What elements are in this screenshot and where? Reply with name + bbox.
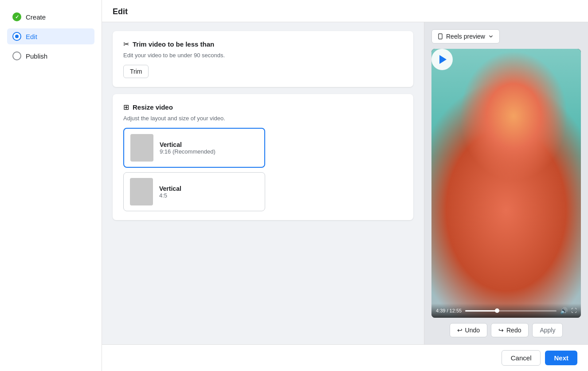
chevron-down-icon xyxy=(488,33,494,39)
fullscreen-icon[interactable]: ⛶ xyxy=(571,308,576,314)
resize-title-row: ⊞ Resize video xyxy=(123,103,403,111)
preview-panel: Reels preview 4:39 / 12:55 xyxy=(424,22,588,344)
resize-card: ⊞ Resize video Adjust the layout and siz… xyxy=(113,94,413,220)
svg-rect-0 xyxy=(439,34,442,39)
preview-header: Reels preview xyxy=(431,29,581,43)
resize-info-916: Vertical 9:16 (Recommended) xyxy=(160,141,216,155)
trim-icon: ✂ xyxy=(123,40,129,48)
undo-label: Undo xyxy=(465,327,480,334)
redo-icon: ↪ xyxy=(498,327,504,334)
resize-option-45[interactable]: Vertical 4:5 xyxy=(123,172,265,211)
trim-title-row: ✂ Trim video to be less than xyxy=(123,40,403,48)
sidebar-item-publish-label: Publish xyxy=(26,52,47,60)
edit-panel: ✂ Trim video to be less than Edit your v… xyxy=(102,22,424,344)
trim-card: ✂ Trim video to be less than Edit your v… xyxy=(113,31,413,87)
edit-step-icon xyxy=(12,32,21,41)
sidebar-item-edit[interactable]: Edit xyxy=(7,28,94,44)
cancel-button[interactable]: Cancel xyxy=(502,350,541,366)
resize-ratio-916: 9:16 (Recommended) xyxy=(160,148,216,155)
resize-card-title: Resize video xyxy=(133,103,173,111)
resize-thumbnail-45 xyxy=(130,178,153,205)
sidebar: Create Edit Publish xyxy=(0,0,102,371)
content-body: ✂ Trim video to be less than Edit your v… xyxy=(102,22,588,344)
phone-icon xyxy=(437,33,443,39)
video-person-bg xyxy=(431,49,581,318)
content-area: Edit ✂ Trim video to be less than Edit y… xyxy=(102,0,588,371)
video-progress-handle xyxy=(495,308,499,313)
content-header: Edit xyxy=(102,0,588,22)
undo-icon: ↩ xyxy=(457,327,463,334)
trim-card-subtitle: Edit your video to be under 90 seconds. xyxy=(123,52,403,59)
trim-button[interactable]: Trim xyxy=(123,65,149,78)
resize-info-45: Vertical 4:5 xyxy=(159,185,181,199)
resize-card-subtitle: Adjust the layout and size of your video… xyxy=(123,115,403,122)
resize-option-916[interactable]: Vertical 9:16 (Recommended) xyxy=(123,128,265,168)
page-title: Edit xyxy=(113,7,577,16)
play-button[interactable] xyxy=(431,49,453,70)
preview-dropdown-button[interactable]: Reels preview xyxy=(431,29,500,43)
redo-button[interactable]: ↪ Redo xyxy=(491,323,529,337)
publish-step-icon xyxy=(12,51,21,60)
footer: Cancel Next xyxy=(102,344,588,371)
video-preview: 4:39 / 12:55 🔊 ⛶ xyxy=(431,49,581,318)
resize-name-45: Vertical xyxy=(159,185,181,192)
video-time: 4:39 / 12:55 xyxy=(436,308,462,313)
video-progress-fill xyxy=(465,310,497,312)
resize-options: Vertical 9:16 (Recommended) Vertical 4:5 xyxy=(123,128,403,211)
resize-ratio-45: 4:5 xyxy=(159,192,181,199)
next-button[interactable]: Next xyxy=(545,351,577,365)
create-step-icon xyxy=(12,12,21,21)
resize-name-916: Vertical xyxy=(160,141,216,148)
resize-thumbnail-916 xyxy=(130,134,153,162)
volume-icon[interactable]: 🔊 xyxy=(560,307,568,314)
sidebar-item-create[interactable]: Create xyxy=(7,9,94,25)
resize-icon: ⊞ xyxy=(123,103,129,111)
sidebar-item-create-label: Create xyxy=(26,13,46,21)
preview-actions: ↩ Undo ↪ Redo Apply xyxy=(431,323,581,337)
apply-button[interactable]: Apply xyxy=(532,323,563,337)
undo-button[interactable]: ↩ Undo xyxy=(450,323,487,337)
video-progress-bar[interactable] xyxy=(465,310,557,312)
redo-label: Redo xyxy=(506,327,521,334)
sidebar-item-publish[interactable]: Publish xyxy=(7,48,94,64)
preview-dropdown-label: Reels preview xyxy=(446,33,485,40)
sidebar-item-edit-label: Edit xyxy=(26,33,37,40)
trim-card-title: Trim video to be less than xyxy=(133,40,214,48)
video-controls: 4:39 / 12:55 🔊 ⛶ xyxy=(431,304,581,318)
